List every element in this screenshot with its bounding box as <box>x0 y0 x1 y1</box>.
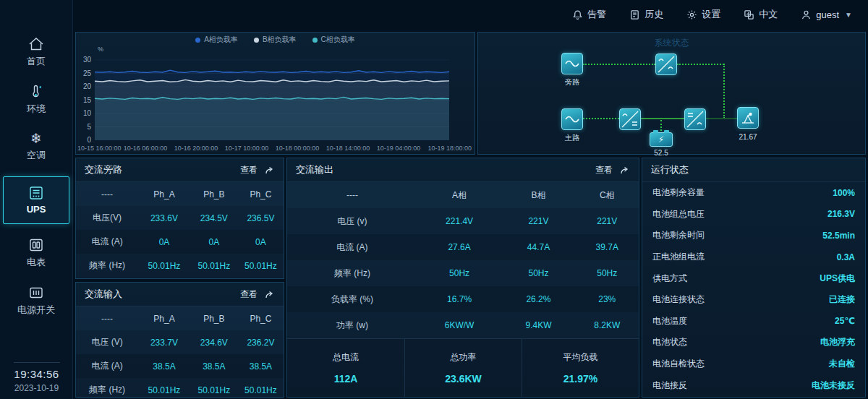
input-view-button[interactable]: 查看 <box>240 288 275 301</box>
load-value: 21.67 <box>733 133 762 141</box>
table-row: 功率 (w)6KW/W9.4KW8.2KW <box>287 312 639 338</box>
table-cell: 9.4KW <box>501 320 575 330</box>
table-header-cell: Ph_B <box>190 189 238 200</box>
settings-button[interactable]: 设置 <box>686 8 720 21</box>
status-value: 电池未接反 <box>812 379 855 392</box>
table-cell: 38.5A <box>138 361 190 372</box>
sidebar-item-home[interactable]: 首页 <box>3 32 69 73</box>
status-row: 电池自检状态未自检 <box>642 353 865 375</box>
status-value: 216.3V <box>827 209 855 219</box>
sidebar-item-environment[interactable]: 环境 <box>3 80 69 121</box>
table-cell: 39.7A <box>575 242 638 252</box>
table-row: 电压 (V)233.7V234.6V236.2V <box>76 330 284 354</box>
status-label: 电池状态 <box>652 336 687 348</box>
status-value: 0.3A <box>837 252 855 262</box>
inverter-device[interactable] <box>684 108 706 130</box>
table-header-cell: ---- <box>287 190 417 200</box>
language-button[interactable]: 中文 <box>744 8 778 21</box>
ac-output-panel: 交流输出 查看 ----A相B相C相电压 (v)221.4V221V221V电流… <box>286 158 639 398</box>
status-row: 电池剩余容量100% <box>642 182 865 204</box>
status-value: 100% <box>833 188 855 198</box>
table-header-row: ----A相B相C相 <box>287 182 639 208</box>
table-cell: 221V <box>575 216 638 226</box>
svg-text:10-18 14:00:00: 10-18 14:00:00 <box>326 145 370 152</box>
bypass-source-device[interactable] <box>561 53 583 74</box>
summary-label: 总功率 <box>451 351 477 364</box>
table-cell: 50.01Hz <box>138 385 190 395</box>
user-icon <box>801 9 812 20</box>
static-switch-device[interactable] <box>655 53 677 75</box>
main-source-device[interactable] <box>561 108 583 130</box>
status-row: 电池连接状态已连接 <box>642 289 865 311</box>
output-view-button[interactable]: 查看 <box>595 164 630 176</box>
table-header-row: ----Ph_APh_BPh_C <box>76 306 284 330</box>
battery-device[interactable]: ⚡ <box>650 132 673 147</box>
table-header-cell: Ph_B <box>190 314 238 324</box>
svg-text:5: 5 <box>87 123 91 131</box>
table-cell: 频率 (Hz) <box>287 267 417 280</box>
table-cell: 234.6V <box>190 338 238 348</box>
bell-icon <box>572 9 583 20</box>
table-cell: 50Hz <box>501 268 575 278</box>
status-label: 电池自检状态 <box>652 358 705 370</box>
rectifier-device[interactable] <box>619 108 641 130</box>
table-cell: 50.01Hz <box>238 261 284 271</box>
running-status-panel: 运行状态 电池剩余容量100%电池组总电压216.3V电池剩余时间52.5min… <box>642 158 866 398</box>
table-cell: 38.5A <box>238 361 284 372</box>
chevron-down-icon: ▼ <box>845 11 852 19</box>
summary-cell: 平均负载21.97% <box>522 339 639 397</box>
table-cell: 0A <box>238 237 284 247</box>
main-source-label: 主路 <box>558 133 587 143</box>
bypass-view-button[interactable]: 查看 <box>240 164 275 176</box>
table-cell: 8.2KW <box>575 320 638 330</box>
dc-ac-converter-icon <box>685 109 705 129</box>
status-value: 未自检 <box>829 358 855 370</box>
ac-bypass-panel: 交流旁路 查看 ----Ph_APh_BPh_C电压(V)233.6V234.5… <box>75 158 284 279</box>
ups-icon <box>27 186 46 200</box>
user-name: guest <box>816 9 839 20</box>
alarm-button[interactable]: 告警 <box>572 8 606 21</box>
table-cell: 电压 (V) <box>76 336 138 348</box>
load-rate-line-chart[interactable]: 051015202530%10-15 16:00:0010-16 06:00:0… <box>76 33 475 154</box>
table-header-cell: A相 <box>417 189 502 202</box>
table-cell: 电流 (A) <box>76 236 138 248</box>
lightning-icon: ⚡ <box>658 134 664 145</box>
table-row: 电压(V)233.6V234.5V236.5V <box>76 206 284 230</box>
bypass-table: ----Ph_APh_BPh_C电压(V)233.6V234.5V236.5V电… <box>76 182 284 278</box>
output-summary: 总电流112A总功率23.6KW平均负载21.97% <box>287 338 639 397</box>
ac-wave-icon <box>564 115 580 124</box>
table-cell: 6KW/W <box>417 320 502 330</box>
user-menu[interactable]: guest ▼ <box>801 9 852 20</box>
table-cell: 23% <box>575 294 638 304</box>
table-cell: 236.5V <box>238 213 284 223</box>
svg-text:10-18 00:00:00: 10-18 00:00:00 <box>276 145 320 152</box>
svg-text:10-15 16:00:00: 10-15 16:00:00 <box>77 145 122 152</box>
table-cell: 频率 (Hz) <box>76 259 138 272</box>
summary-cell: 总功率23.6KW <box>404 339 522 397</box>
meter-icon <box>28 238 44 252</box>
sidebar-item-meter[interactable]: 电表 <box>3 233 69 274</box>
table-header-cell: C相 <box>575 189 638 202</box>
svg-text:10-19 04:00:00: 10-19 04:00:00 <box>377 145 421 152</box>
panel-title: 交流输入 <box>85 288 122 301</box>
load-icon <box>740 110 756 126</box>
sidebar-item-power-switch[interactable]: 电源开关 <box>3 280 69 322</box>
alarm-label: 告警 <box>587 8 606 21</box>
table-cell: 233.6V <box>138 213 190 223</box>
sidebar-item-hvac[interactable]: ❄ 空调 <box>3 127 69 167</box>
table-cell: 负载率 (%) <box>287 293 417 306</box>
status-row: 正电池组电流0.3A <box>642 246 865 268</box>
table-cell: 38.5A <box>190 361 238 372</box>
diagram-title: 系统状态 <box>478 37 865 49</box>
table-cell: 50.01Hz <box>138 261 190 271</box>
line-switch-to-bus <box>677 64 724 65</box>
status-value: 25℃ <box>835 316 855 326</box>
status-row: 电池组总电压216.3V <box>642 204 865 226</box>
status-row: 电池状态电池浮充 <box>642 332 865 353</box>
thermometer-icon <box>28 85 44 99</box>
sidebar-item-ups[interactable]: UPS <box>3 176 69 224</box>
load-device[interactable] <box>737 107 759 129</box>
history-button[interactable]: 历史 <box>629 8 663 21</box>
status-row: 电池剩余时间52.5min <box>642 225 865 246</box>
language-label: 中文 <box>759 8 778 21</box>
